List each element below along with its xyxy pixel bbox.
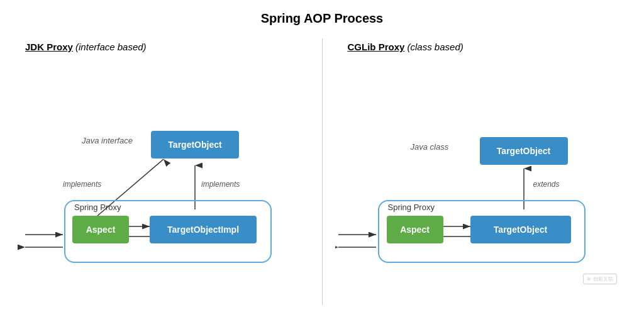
cglib-target-object-top-label: TargetObject [497,146,550,156]
jdk-proxy-title-underline: JDK Proxy [25,42,73,52]
cglib-diagram-area: TargetObject Java class extends Spring P… [335,55,632,294]
jdk-aspect-box: Aspect [72,216,129,243]
cglib-java-class-text: Java class [411,142,449,152]
cglib-target-object-inner: TargetObject [470,216,571,243]
jdk-proxy-title-italic: (interface based) [75,42,147,52]
jdk-proxy-label: Spring Proxy [74,203,121,212]
jdk-proxy-section: JDK Proxy (interface based) [0,32,322,311]
jdk-java-interface-text: Java interface [82,136,133,145]
cglib-extends-text: extends [533,180,560,189]
jdk-diagram-area: TargetObject Java interface implements i… [13,55,309,294]
cglib-aspect-box: Aspect [387,216,443,243]
jdk-implements-label1: implements [63,180,101,189]
jdk-proxy-title: JDK Proxy (interface based) [13,38,309,55]
jdk-implements-text2: implements [201,180,240,189]
jdk-java-interface-label: Java interface [82,136,133,145]
page-title: Spring AOP Process [0,0,644,32]
jdk-target-object-impl: TargetObjectImpl [150,216,257,243]
cglib-java-class-label: Java class [411,142,449,152]
jdk-implements-label2: implements [201,180,240,189]
jdk-spring-proxy-text: Spring Proxy [74,203,121,212]
cglib-target-object-inner-label: TargetObject [494,225,547,235]
cglib-spring-proxy-text: Spring Proxy [388,203,435,212]
cglib-aspect-label: Aspect [400,225,430,235]
jdk-target-object: TargetObject [151,131,239,158]
jdk-aspect-label: Aspect [86,225,116,235]
title-text: Spring AOP Process [261,11,384,25]
cglib-target-object-top: TargetObject [480,137,568,165]
jdk-target-object-label: TargetObject [168,140,221,150]
jdk-implements-text1: implements [63,180,101,189]
cglib-proxy-label: Spring Proxy [388,203,435,212]
cglib-proxy-title-underline: CGLib Proxy [348,42,405,52]
cglib-extends-label: extends [533,180,560,189]
cglib-proxy-section: CGLib Proxy (class based) [323,32,645,311]
watermark: ⊗ 创新互联 [569,263,631,294]
cglib-proxy-title: CGLib Proxy (class based) [335,38,632,55]
cglib-proxy-title-italic: (class based) [408,42,464,52]
jdk-target-object-impl-label: TargetObjectImpl [167,225,239,235]
